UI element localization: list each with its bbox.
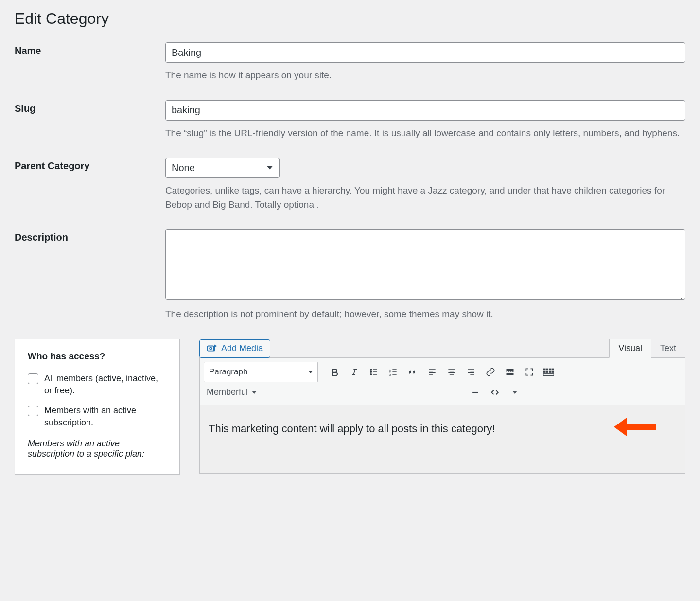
description-textarea[interactable] bbox=[165, 229, 685, 300]
svg-rect-17 bbox=[549, 371, 551, 373]
memberful-label: Memberful bbox=[207, 387, 248, 397]
name-label: Name bbox=[15, 42, 165, 56]
horizontal-rule-icon[interactable] bbox=[467, 384, 484, 401]
editor-text: This marketing content will apply to all… bbox=[209, 423, 495, 435]
svg-point-3 bbox=[370, 369, 372, 370]
toolbar-toggle-icon[interactable] bbox=[541, 364, 557, 380]
blockquote-icon[interactable] bbox=[404, 364, 421, 380]
numbered-list-icon[interactable]: 123 bbox=[385, 364, 402, 380]
slug-label: Slug bbox=[15, 100, 165, 114]
align-left-icon[interactable] bbox=[424, 364, 440, 380]
svg-rect-14 bbox=[552, 368, 554, 370]
annotation-arrow-icon bbox=[612, 414, 656, 440]
camera-music-icon bbox=[207, 343, 217, 354]
fullscreen-icon[interactable] bbox=[521, 364, 538, 380]
align-center-icon[interactable] bbox=[443, 364, 460, 380]
name-input[interactable] bbox=[165, 42, 685, 63]
slug-input[interactable] bbox=[165, 100, 685, 121]
access-all-checkbox[interactable] bbox=[28, 373, 38, 384]
access-all-label: All members (active, inactive, or free). bbox=[44, 372, 167, 397]
svg-rect-19 bbox=[543, 373, 554, 375]
svg-rect-9 bbox=[507, 369, 514, 371]
code-icon[interactable] bbox=[487, 384, 503, 401]
svg-rect-12 bbox=[546, 368, 548, 370]
tab-visual[interactable]: Visual bbox=[609, 339, 651, 358]
svg-rect-18 bbox=[552, 371, 554, 373]
svg-point-5 bbox=[370, 373, 372, 375]
chevron-down-icon bbox=[252, 391, 257, 394]
memberful-dropdown[interactable]: Memberful bbox=[204, 385, 260, 399]
name-helper: The name is how it appears on your site. bbox=[165, 69, 685, 83]
svg-text:3: 3 bbox=[389, 373, 391, 376]
svg-rect-0 bbox=[208, 346, 214, 351]
tab-text[interactable]: Text bbox=[651, 339, 685, 358]
page-title: Edit Category bbox=[15, 10, 685, 28]
slug-helper: The “slug” is the URL-friendly version o… bbox=[165, 126, 685, 141]
chevron-down-icon[interactable] bbox=[506, 384, 523, 401]
align-right-icon[interactable] bbox=[463, 364, 479, 380]
parent-select[interactable]: None bbox=[165, 158, 280, 178]
rich-text-editor: Paragraph 123 bbox=[199, 357, 685, 474]
svg-point-1 bbox=[210, 347, 211, 349]
svg-rect-11 bbox=[543, 368, 546, 370]
svg-rect-16 bbox=[546, 371, 548, 373]
italic-icon[interactable] bbox=[346, 364, 363, 380]
svg-point-4 bbox=[370, 371, 372, 372]
read-more-icon[interactable] bbox=[502, 364, 518, 380]
link-icon[interactable] bbox=[482, 364, 499, 380]
access-heading: Who has access? bbox=[28, 351, 167, 362]
access-plan-heading: Members with an active subscription to a… bbox=[28, 439, 167, 462]
add-media-button[interactable]: Add Media bbox=[199, 339, 270, 358]
description-helper: The description is not prominent by defa… bbox=[165, 307, 685, 321]
editor-content-area[interactable]: This marketing content will apply to all… bbox=[200, 405, 685, 473]
access-active-checkbox[interactable] bbox=[28, 406, 38, 416]
parent-label: Parent Category bbox=[15, 158, 165, 172]
access-active-label: Members with an active subscription. bbox=[44, 405, 167, 429]
svg-rect-13 bbox=[549, 368, 551, 370]
description-label: Description bbox=[15, 229, 165, 243]
bullet-list-icon[interactable] bbox=[366, 364, 382, 380]
svg-point-2 bbox=[213, 349, 215, 351]
add-media-label: Add Media bbox=[221, 343, 263, 354]
format-select[interactable]: Paragraph bbox=[204, 362, 318, 382]
svg-rect-15 bbox=[543, 371, 546, 373]
svg-rect-10 bbox=[507, 373, 514, 375]
parent-helper: Categories, unlike tags, can have a hier… bbox=[165, 184, 685, 212]
access-metabox: Who has access? All members (active, ina… bbox=[15, 339, 180, 475]
bold-icon[interactable] bbox=[327, 364, 343, 380]
